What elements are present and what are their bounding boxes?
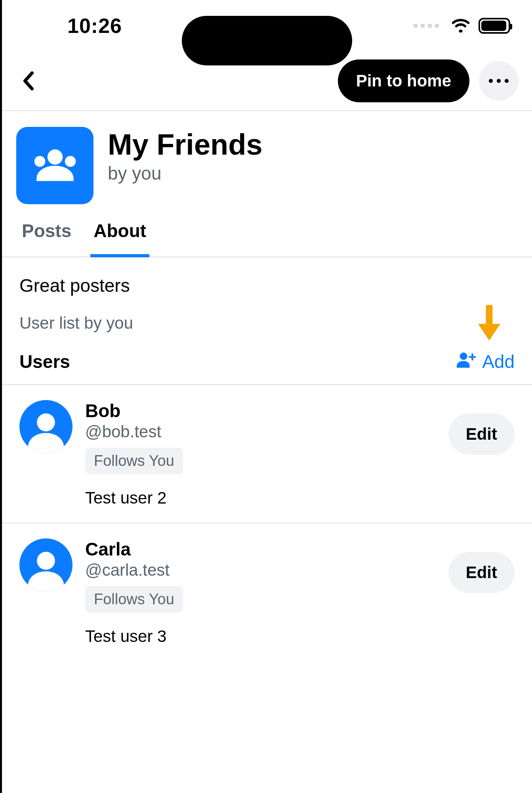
add-user-icon xyxy=(457,351,476,372)
follows-you-badge: Follows You xyxy=(85,586,183,613)
list-byline: by you xyxy=(108,163,263,184)
avatar xyxy=(19,400,72,453)
svg-point-0 xyxy=(47,149,63,165)
user-row[interactable]: Bob @bob.test Follows You Test user 2 Ed… xyxy=(2,385,532,523)
tabs: Posts About xyxy=(2,204,532,257)
list-description: Great posters xyxy=(19,275,515,296)
status-bar: 10:26 xyxy=(2,0,532,52)
edit-user-button[interactable]: Edit xyxy=(448,552,515,593)
tab-posts[interactable]: Posts xyxy=(22,220,71,257)
back-button[interactable] xyxy=(16,69,40,93)
svg-point-5 xyxy=(37,414,55,432)
list-title: My Friends xyxy=(108,129,263,160)
svg-point-6 xyxy=(37,552,55,570)
status-time: 10:26 xyxy=(67,14,122,38)
svg-point-2 xyxy=(65,156,76,167)
user-display-name: Carla xyxy=(85,538,448,560)
svg-point-1 xyxy=(34,156,45,167)
user-handle: @bob.test xyxy=(85,422,448,441)
user-bio: Test user 3 xyxy=(85,627,448,646)
about-section: Great posters User list by you Users Add xyxy=(2,257,532,385)
annotation-arrow-icon xyxy=(478,305,500,342)
users-heading: Users xyxy=(19,351,70,372)
edit-user-button[interactable]: Edit xyxy=(448,414,515,455)
user-row[interactable]: Carla @carla.test Follows You Test user … xyxy=(2,523,532,661)
list-type-byline: User list by you xyxy=(19,314,515,333)
more-options-button[interactable] xyxy=(479,61,519,101)
list-avatar-icon xyxy=(16,127,93,204)
follows-you-badge: Follows You xyxy=(85,448,183,474)
battery-icon xyxy=(479,18,510,34)
user-bio: Test user 2 xyxy=(85,488,448,508)
tab-about[interactable]: About xyxy=(93,220,146,257)
user-display-name: Bob xyxy=(85,400,448,421)
list-header: My Friends by you xyxy=(2,111,532,204)
svg-point-4 xyxy=(460,352,467,360)
device-notch xyxy=(182,16,352,65)
add-user-label: Add xyxy=(482,351,515,372)
user-handle: @carla.test xyxy=(85,561,448,580)
avatar xyxy=(19,538,72,592)
add-user-button[interactable]: Add xyxy=(457,351,515,372)
cellular-icon xyxy=(414,24,439,28)
wifi-icon xyxy=(452,19,470,33)
pin-to-home-button[interactable]: Pin to home xyxy=(338,59,469,102)
svg-rect-3 xyxy=(486,305,493,325)
